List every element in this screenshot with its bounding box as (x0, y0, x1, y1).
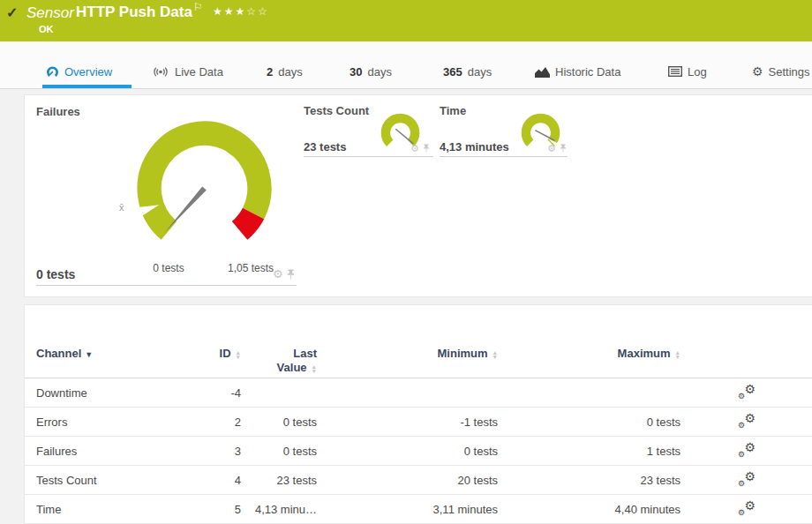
channel-last-value: 4,13 minu… (241, 503, 317, 516)
pin-icon[interactable] (423, 144, 430, 153)
header-channel[interactable]: Channel▼ (36, 347, 192, 362)
channel-settings-icon[interactable]: ⚙⚙ (738, 442, 756, 458)
log-list-icon (668, 66, 682, 77)
channel-name: Tests Count (36, 474, 192, 487)
gauge-title-failures: Failures (36, 105, 80, 118)
channel-maximum: 0 tests (498, 415, 680, 429)
sort-icon: ▲▼ (312, 364, 317, 373)
table-row: Failures 3 0 tests 0 tests 1 tests ⚙⚙ (25, 437, 812, 466)
channel-last-value: 23 tests (241, 474, 317, 487)
channel-id: -4 (192, 386, 241, 400)
pin-icon[interactable] (560, 144, 567, 153)
tab-number: 2 (267, 65, 273, 79)
tab-log[interactable]: Log (668, 62, 707, 81)
sensor-kind-label: Sensor (26, 4, 74, 22)
table-row: Tests Count 4 23 tests 20 tests 23 tests… (25, 466, 812, 495)
tab-label: days (278, 65, 302, 79)
channels-table: Channel▼ ID▲▼ Last Value▲▼ Minimum▲▼ Max… (25, 345, 812, 524)
tab-label: Settings (769, 65, 810, 79)
prtg-sensor-page: { "colors": { "brand_green": "#b5c31d", … (0, 0, 812, 524)
gauge-icon (46, 65, 59, 79)
gauges-panel: Failures x̄ 0 tests 1,05 tests 0 tests ⚙… (24, 94, 812, 297)
header-label: Maximum (618, 347, 671, 360)
header-label: Channel (36, 347, 81, 360)
channel-last-value: 0 tests (241, 445, 317, 458)
channel-minimum: -1 tests (317, 415, 498, 429)
tab-365-days[interactable]: 365 days (443, 62, 492, 81)
sort-icon: ▲▼ (675, 350, 680, 359)
failures-gauge (114, 105, 295, 277)
gauge-actions-time: ⚙ (547, 143, 567, 153)
header-minimum[interactable]: Minimum▲▼ (317, 347, 498, 361)
tab-label: days (468, 65, 492, 79)
channel-id: 2 (192, 415, 241, 429)
average-marker-label: x̄ (119, 202, 124, 213)
channel-id: 5 (192, 503, 241, 516)
table-row: Errors 2 0 tests -1 tests 0 tests ⚙⚙ (25, 408, 812, 437)
channel-settings-icon[interactable]: ⚙⚙ (738, 471, 756, 487)
stars-empty[interactable]: ☆☆ (246, 5, 269, 18)
gauge-title-time: Time (440, 104, 466, 117)
tab-bar: Overview Live Data 2 days 30 days 365 da… (0, 41, 812, 89)
channel-minimum: 3,11 minutes (317, 503, 498, 516)
channel-maximum: 1 tests (498, 445, 680, 458)
header-id[interactable]: ID▲▼ (192, 347, 241, 361)
tab-historic-data[interactable]: Historic Data (535, 62, 620, 81)
stars-filled[interactable]: ★★★ (213, 5, 246, 18)
tab-label: Historic Data (555, 65, 620, 79)
status-check-icon: ✓ (6, 4, 18, 21)
channel-id: 4 (192, 474, 241, 487)
sort-desc-icon: ▼ (85, 350, 93, 359)
channel-name: Failures (36, 445, 192, 458)
tab-number: 365 (443, 65, 462, 79)
header-label: Last (241, 347, 317, 361)
channel-minimum: 20 tests (317, 474, 498, 487)
tab-2-days[interactable]: 2 days (267, 62, 303, 81)
table-row: Time 5 4,13 minu… 3,11 minutes 4,40 minu… (25, 495, 812, 524)
channel-name: Downtime (36, 386, 192, 400)
cell-divider (440, 156, 568, 157)
gauge-value-tests-count: 23 tests (304, 140, 346, 153)
gear-icon[interactable]: ⚙ (273, 269, 283, 280)
tab-30-days[interactable]: 30 days (350, 62, 392, 81)
cell-divider (36, 285, 297, 286)
channel-minimum: 0 tests (317, 445, 498, 458)
area-chart-icon (535, 66, 550, 78)
sensor-title: HTTP Push Data (76, 4, 192, 21)
flag-icon[interactable]: ⚐ (193, 1, 203, 13)
active-tab-underline (42, 85, 132, 88)
pin-icon[interactable] (287, 269, 295, 280)
gear-icon[interactable]: ⚙ (410, 143, 419, 153)
cell-divider (304, 156, 433, 157)
tab-overview[interactable]: Overview (46, 62, 112, 81)
table-header-row: Channel▼ ID▲▼ Last Value▲▼ Minimum▲▼ Max… (25, 345, 812, 378)
header-label: Value (277, 361, 307, 374)
gear-icon: ⚙ (752, 65, 763, 78)
gauge-needle (164, 187, 207, 234)
gear-icon[interactable]: ⚙ (547, 143, 556, 153)
status-badge: OK (39, 24, 54, 34)
tab-number: 30 (350, 65, 362, 79)
channel-settings-icon[interactable]: ⚙⚙ (738, 413, 756, 429)
channel-settings-icon[interactable]: ⚙⚙ (738, 384, 756, 400)
header-maximum[interactable]: Maximum▲▼ (498, 347, 680, 361)
tab-label: days (367, 65, 391, 79)
gauge-value-time: 4,13 minutes (440, 140, 509, 153)
gauge-actions-tests-count: ⚙ (410, 143, 430, 153)
tab-label: Live Data (175, 65, 223, 79)
tab-label: Log (688, 65, 707, 79)
channel-settings-icon[interactable]: ⚙⚙ (738, 500, 756, 516)
gauge-title-tests-count: Tests Count (304, 104, 369, 117)
header-label: Minimum (438, 347, 488, 360)
gauge-value-failures: 0 tests (36, 267, 75, 281)
priority-stars[interactable]: ★★★☆☆ (213, 5, 269, 18)
tab-live-data[interactable]: Live Data (152, 62, 223, 81)
header-last-value[interactable]: Last Value▲▼ (241, 347, 317, 375)
broadcast-icon (152, 66, 169, 78)
sensor-header: ✓ Sensor HTTP Push Data ⚐ ★★★☆☆ OK (0, 0, 812, 41)
channel-maximum: 4,40 minutes (498, 503, 680, 516)
channel-name: Errors (36, 415, 192, 429)
channel-last-value: 0 tests (241, 415, 317, 429)
channel-name: Time (36, 503, 192, 516)
tab-settings[interactable]: ⚙ Settings (752, 62, 810, 81)
